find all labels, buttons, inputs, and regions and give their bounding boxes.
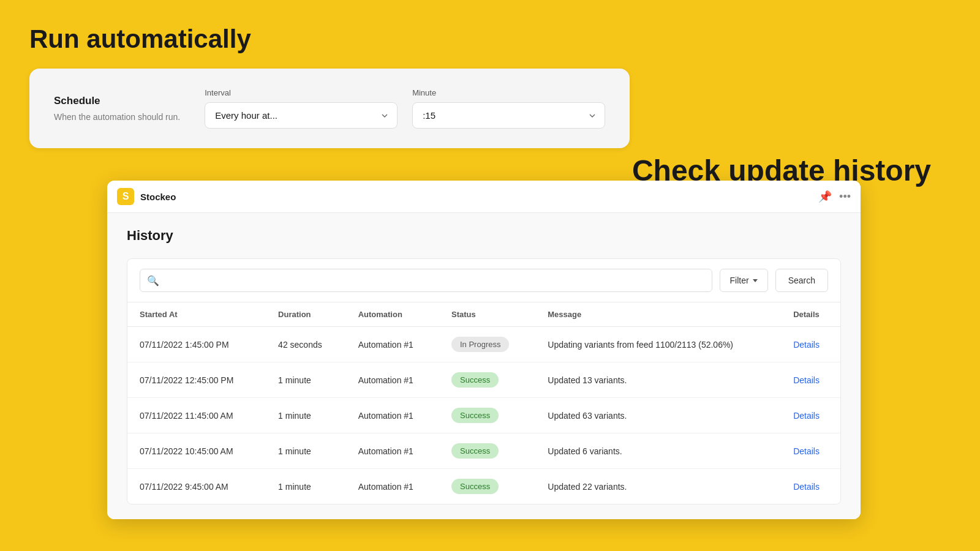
details-link[interactable]: Details	[793, 482, 820, 492]
cell-status: Success	[439, 398, 535, 433]
cell-status: In Progress	[439, 327, 535, 362]
cell-message: Updating variants from feed 1100/2113 (5…	[535, 327, 781, 362]
cell-duration: 42 seconds	[266, 327, 346, 362]
cell-automation: Automation #1	[346, 362, 439, 398]
table-row: 07/11/2022 11:45:00 AM 1 minute Automati…	[127, 398, 840, 433]
schedule-controls: Interval Every hour at... Every 30 minut…	[205, 88, 605, 129]
filter-chevron-icon	[753, 279, 758, 282]
table-container: 🔍 Filter Search Started At Duration Auto…	[127, 258, 841, 504]
filter-button[interactable]: Filter	[720, 269, 768, 292]
cell-started-at: 07/11/2022 10:45:00 AM	[127, 433, 266, 469]
cell-duration: 1 minute	[266, 433, 346, 469]
search-icon: 🔍	[147, 275, 159, 287]
search-button[interactable]: Search	[775, 269, 828, 292]
cell-started-at: 07/11/2022 9:45:00 AM	[127, 469, 266, 504]
col-started-at: Started At	[127, 302, 266, 327]
app-logo: S	[117, 188, 134, 205]
pin-icon[interactable]: 📌	[818, 190, 832, 203]
search-input-wrapper: 🔍	[140, 269, 712, 292]
page-title: Run automatically	[29, 24, 951, 54]
minute-select[interactable]: :15 :00 :30 :45	[412, 102, 605, 129]
interval-group: Interval Every hour at... Every 30 minut…	[205, 88, 398, 129]
cell-duration: 1 minute	[266, 398, 346, 433]
schedule-description: When the automation should run.	[54, 112, 180, 122]
history-title: History	[127, 228, 841, 244]
cell-duration: 1 minute	[266, 469, 346, 504]
cell-message: Updated 22 variants.	[535, 469, 781, 504]
cell-details: Details	[781, 362, 840, 398]
cell-message: Updated 63 variants.	[535, 398, 781, 433]
table-toolbar: 🔍 Filter Search	[127, 259, 840, 302]
cell-automation: Automation #1	[346, 327, 439, 362]
table-row: 07/11/2022 10:45:00 AM 1 minute Automati…	[127, 433, 840, 469]
col-message: Message	[535, 302, 781, 327]
details-link[interactable]: Details	[793, 340, 820, 350]
app-window: S Stockeo 📌 ••• History 🔍 Filter	[107, 181, 861, 519]
cell-started-at: 07/11/2022 12:45:00 PM	[127, 362, 266, 398]
table-body: 07/11/2022 1:45:00 PM 42 seconds Automat…	[127, 327, 840, 504]
interval-label: Interval	[205, 88, 398, 97]
status-badge: Success	[451, 408, 499, 423]
cell-automation: Automation #1	[346, 398, 439, 433]
cell-status: Success	[439, 362, 535, 398]
schedule-label: Schedule	[54, 95, 180, 107]
search-input[interactable]	[140, 269, 712, 292]
col-automation: Automation	[346, 302, 439, 327]
details-link[interactable]: Details	[793, 375, 820, 385]
details-link[interactable]: Details	[793, 446, 820, 456]
status-badge: In Progress	[451, 337, 509, 352]
cell-duration: 1 minute	[266, 362, 346, 398]
status-badge: Success	[451, 372, 499, 388]
app-titlebar-actions: 📌 •••	[818, 190, 851, 203]
col-duration: Duration	[266, 302, 346, 327]
table-header: Started At Duration Automation Status Me…	[127, 302, 840, 327]
cell-details: Details	[781, 433, 840, 469]
cell-started-at: 07/11/2022 1:45:00 PM	[127, 327, 266, 362]
col-details: Details	[781, 302, 840, 327]
table-row: 07/11/2022 12:45:00 PM 1 minute Automati…	[127, 362, 840, 398]
app-logo-letter: S	[123, 191, 129, 202]
cell-started-at: 07/11/2022 11:45:00 AM	[127, 398, 266, 433]
top-section: Run automatically Schedule When the auto…	[0, 0, 980, 148]
cell-details: Details	[781, 469, 840, 504]
details-link[interactable]: Details	[793, 411, 820, 421]
schedule-label-section: Schedule When the automation should run.	[54, 95, 180, 122]
cell-message: Updated 6 variants.	[535, 433, 781, 469]
cell-message: Updated 13 variants.	[535, 362, 781, 398]
status-badge: Success	[451, 443, 499, 459]
cell-status: Success	[439, 433, 535, 469]
interval-select[interactable]: Every hour at... Every 30 minutes Every …	[205, 102, 398, 129]
history-table: Started At Duration Automation Status Me…	[127, 302, 840, 504]
status-badge: Success	[451, 479, 499, 494]
cell-details: Details	[781, 398, 840, 433]
app-content: History 🔍 Filter Search Started At	[107, 213, 861, 519]
app-titlebar: S Stockeo 📌 •••	[107, 181, 861, 213]
cell-details: Details	[781, 327, 840, 362]
app-titlebar-left: S Stockeo	[117, 188, 176, 205]
cell-automation: Automation #1	[346, 469, 439, 504]
col-status: Status	[439, 302, 535, 327]
table-row: 07/11/2022 9:45:00 AM 1 minute Automatio…	[127, 469, 840, 504]
minute-group: Minute :15 :00 :30 :45	[412, 88, 605, 129]
more-icon[interactable]: •••	[839, 190, 851, 203]
app-name: Stockeo	[140, 192, 176, 202]
filter-label: Filter	[730, 276, 749, 285]
minute-label: Minute	[412, 88, 605, 97]
table-row: 07/11/2022 1:45:00 PM 42 seconds Automat…	[127, 327, 840, 362]
cell-automation: Automation #1	[346, 433, 439, 469]
schedule-card: Schedule When the automation should run.…	[29, 69, 630, 148]
table-header-row: Started At Duration Automation Status Me…	[127, 302, 840, 327]
cell-status: Success	[439, 469, 535, 504]
